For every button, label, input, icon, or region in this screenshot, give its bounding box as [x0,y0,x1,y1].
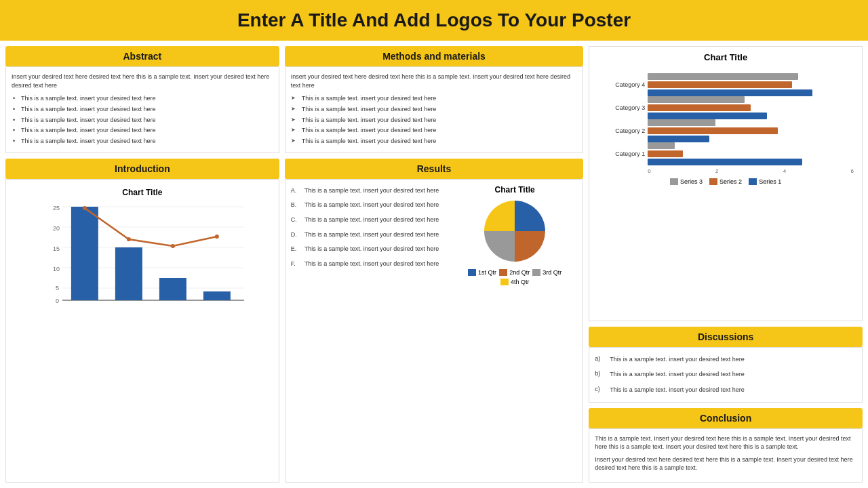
results-label: Results [417,163,452,174]
legend-box-s3 [670,178,678,185]
results-chart: Chart Title [452,185,577,285]
list-item: C. This is a sample text. insert your de… [291,214,447,226]
svg-rect-15 [203,291,231,300]
pie-legend: 1st Qtr 2nd Qtr 3rd Qtr [452,269,577,285]
legend-label-3rdqtr: 3rd Qtr [542,269,561,276]
bar-label-cat1: Category 1 [597,150,645,157]
legend-color-4thqtr [500,279,509,285]
intro-chart-title: Chart Title [14,188,271,197]
bar-row-cat3: Category 3 [597,96,854,119]
legend-label-s3: Series 3 [680,178,703,185]
bar-label-cat3: Category 3 [597,104,645,111]
abstract-body: Insert your desired text here desired te… [12,73,273,89]
methods-content: Insert your desired text here desired te… [285,66,583,153]
svg-point-16 [83,206,87,210]
list-item: c) This is a sample text. insert your de… [595,384,856,396]
methods-body: Insert your desired text here desired te… [291,73,577,89]
legend-item-2ndqtr: 2nd Qtr [499,269,530,276]
pie-chart-svg [481,197,549,265]
list-item: This is a sample text. insert your desir… [291,125,577,136]
bar-chart-legend: Series 3 Series 2 Series 1 [597,178,854,185]
main-content: Abstract Insert your desired text here d… [0,41,868,488]
item-label-b: b) [595,370,600,378]
list-item: This is a sample text. insert your desir… [12,125,273,136]
discussions-content: a) This is a sample text. insert your de… [589,347,863,403]
bar-s2-cat3 [648,104,751,111]
abstract-header: Abstract [5,46,279,66]
list-item: This is a sample text. insert your desir… [291,94,577,104]
item-label-c: c) [595,386,600,394]
svg-text:10: 10 [53,266,60,272]
bar-s1-cat2 [648,136,709,142]
bar-row-cat2: Category 2 [597,119,854,142]
item-text: This is a sample text. insert your desir… [304,187,439,194]
list-item: This is a sample text. insert your desir… [12,136,273,147]
svg-point-19 [215,235,219,239]
poster: Enter A Title And Add Logos To Your Post… [0,0,868,488]
middle-column: Methods and materials Insert your desire… [285,46,583,483]
results-content: A. This is a sample text. insert your de… [285,179,583,483]
bar-s1-cat1 [648,159,802,165]
svg-point-18 [171,244,175,248]
results-list: A. This is a sample text. insert your de… [291,185,447,285]
bar-group-cat3 [648,96,854,119]
axis-2: 2 [715,168,718,174]
svg-text:0: 0 [56,298,59,304]
item-label: D. [291,231,297,239]
abstract-label: Abstract [123,51,161,62]
pie-chart-title: Chart Title [495,185,535,195]
list-item: A. This is a sample text. insert your de… [291,185,447,197]
introduction-label: Introduction [115,163,170,174]
legend-series1: Series 1 [749,178,781,185]
item-label: A. [291,187,297,195]
legend-label-4thqtr: 4th Qtr [511,279,530,285]
results-header: Results [285,159,583,179]
discussions-section: Discussions a) This is a sample text. in… [589,327,863,403]
bar-s1-cat4 [648,89,812,96]
methods-header: Methods and materials [285,46,583,66]
introduction-content: Chart Title 25 20 15 10 5 0 [5,179,279,483]
list-item: F. This is a sample text. insert your de… [291,258,447,270]
list-item: This is a sample text. insert your desir… [12,115,273,126]
bar-chart-title: Chart Title [595,52,856,62]
abstract-bullets: This is a sample text. insert your desir… [12,94,273,146]
bar-row-cat1: Category 1 [597,142,854,165]
item-label: E. [291,245,297,253]
bar-s3-cat4 [648,73,798,80]
svg-rect-13 [115,247,142,300]
axis-4: 4 [783,168,786,174]
item-text-c: This is a sample text. insert your desir… [610,386,745,393]
discussions-label: Discussions [698,331,753,342]
bar-s2-cat2 [648,127,777,134]
list-item: This is a sample text. insert your desir… [12,94,273,104]
conclusion-label: Conclusion [700,413,751,424]
conclusion-para1: This is a sample text. Insert your desir… [595,434,856,451]
list-item: E. This is a sample text. insert your de… [291,243,447,256]
abstract-content: Insert your desired text here desired te… [5,66,279,153]
introduction-section: Introduction Chart Title 25 20 15 10 5 0 [5,159,279,483]
list-item: D. This is a sample text. insert your de… [291,229,447,241]
results-section: Results A. This is a sample text. insert… [285,159,583,483]
results-inner: A. This is a sample text. insert your de… [291,185,577,285]
item-label: F. [291,260,296,268]
legend-color-3rdqtr [532,269,540,276]
svg-rect-14 [159,278,186,300]
conclusion-header: Conclusion [589,408,863,428]
axis-6: 6 [851,168,854,174]
bar-s2-cat1 [648,150,683,157]
item-label-a: a) [595,355,600,363]
item-text-b: This is a sample text. insert your desir… [610,371,745,378]
methods-section: Methods and materials Insert your desire… [285,46,583,153]
bar-label-cat2: Category 2 [597,127,645,134]
methods-bullets: This is a sample text. insert your desir… [291,94,577,146]
bar-s3-cat1 [648,142,674,149]
bar-axis: 0 2 4 6 [597,168,854,174]
legend-series2: Series 2 [709,178,742,185]
discussions-items: a) This is a sample text. insert your de… [595,353,856,396]
bar-s1-cat3 [648,113,767,119]
right-column: Chart Title Category 4 Category 3 [589,46,863,483]
item-text: This is a sample text. insert your desir… [304,245,439,252]
legend-item-4thqtr: 4th Qtr [500,279,530,285]
conclusion-para2: Insert your desired text here desired te… [595,455,856,472]
list-item: This is a sample text. insert your desir… [291,115,577,126]
